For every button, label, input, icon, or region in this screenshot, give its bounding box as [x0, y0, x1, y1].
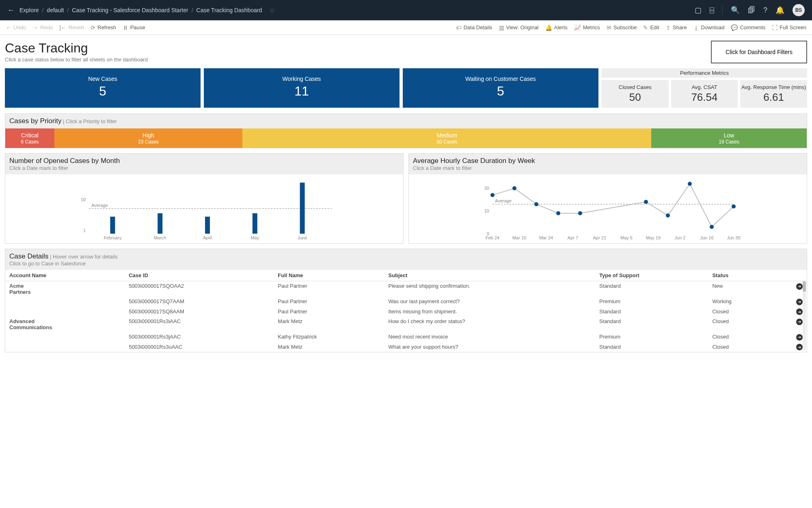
line-chart[interactable]: 01020AverageFeb 24Mar 10Mar 24Apr 7Apr 2… [413, 177, 803, 242]
undo-button[interactable]: ←Undo [6, 24, 26, 31]
breadcrumb: Explore / default / Case Tracking - Sale… [19, 7, 262, 13]
opened-by-month-panel: Number of Opened Cases by Month Click a … [5, 153, 404, 244]
device-icon[interactable]: ▢ [695, 6, 702, 15]
search-icon[interactable]: 🔍 [731, 6, 740, 15]
row-arrow-icon[interactable]: ➔ [796, 334, 803, 341]
redo-icon: → [32, 24, 38, 31]
divider [722, 6, 723, 15]
recents-icon[interactable]: 🗐 [748, 6, 755, 15]
table-row[interactable]: AcmePartners5003i0000017SQOAA2Paul Partn… [5, 281, 807, 297]
crumb-view[interactable]: Case Tracking Dashboard [197, 7, 262, 13]
row-arrow-icon[interactable]: ➔ [796, 283, 803, 290]
row-arrow-icon[interactable]: ➔ [796, 319, 803, 325]
datadetails-label: Data Details [464, 24, 492, 30]
bar-chart[interactable]: 110AverageFebruaryMarchAprilMayJune [9, 177, 399, 242]
svg-text:Average: Average [91, 203, 108, 208]
metrics-icon: 📈 [574, 24, 581, 31]
crumb-default[interactable]: default [47, 7, 64, 13]
case-details-table: Account NameCase IDFull NameSubjectType … [5, 270, 807, 352]
row-arrow-icon[interactable]: ➔ [796, 344, 803, 350]
chart-title: Average Hourly Case Duration by Week [413, 157, 803, 165]
kpi-new-cases[interactable]: New Cases 5 [5, 68, 201, 108]
help-icon[interactable]: ? [763, 6, 767, 15]
kpi-label: Waiting on Customer Cases [403, 76, 598, 82]
chart-hint: Click a Date mark to filter [413, 165, 803, 171]
page-subtitle: Click a case status below to filter all … [5, 56, 148, 63]
share-button[interactable]: ⇪Share [666, 24, 687, 31]
top-bar: ← Explore / default / Case Tracking - Sa… [0, 0, 812, 20]
subscribe-button[interactable]: ✉Subscribe [607, 24, 637, 31]
crumb-workbook[interactable]: Case Tracking - Salesforce Dashboard Sta… [72, 7, 188, 13]
priority-low[interactable]: Low19 Cases [651, 128, 807, 148]
kpi-value: 11 [204, 84, 400, 99]
svg-text:May 19: May 19 [646, 235, 661, 240]
svg-rect-4 [110, 217, 115, 234]
svg-text:February: February [104, 235, 122, 240]
col-header: Account Name [5, 270, 125, 281]
kpi-value: 50 [602, 91, 669, 104]
svg-text:Jun 16: Jun 16 [700, 235, 713, 240]
kpi-waiting-cases[interactable]: Waiting on Customer Cases 5 [403, 68, 598, 108]
svg-text:June: June [298, 235, 307, 240]
svg-rect-12 [300, 182, 305, 234]
edit-button[interactable]: ✎Edit [643, 24, 659, 31]
svg-text:Jun 2: Jun 2 [675, 235, 686, 240]
notifications-icon[interactable]: 🔔 [775, 6, 784, 15]
metrics-button[interactable]: 📈Metrics [574, 24, 600, 31]
crumb-sep: / [42, 7, 43, 13]
priority-high[interactable]: High23 Cases [54, 128, 242, 148]
priority-critical[interactable]: Critical6 Cases [5, 128, 54, 148]
row-arrow-icon[interactable]: ➔ [796, 308, 803, 315]
data-details-button[interactable]: 🏷Data Details [456, 24, 492, 31]
alerts-button[interactable]: 🔔Alerts [545, 24, 568, 31]
col-header: Case ID [125, 270, 274, 281]
page-title: Case Tracking [5, 41, 148, 56]
table-row[interactable]: 5003i0000017SQ8AAMPaul PartnerItems miss… [5, 307, 807, 317]
svg-text:Jun 30: Jun 30 [727, 235, 740, 240]
back-arrow-icon[interactable]: ← [7, 6, 15, 15]
kpi-value: 5 [403, 84, 598, 99]
table-row[interactable]: 5003i000001Rs3jAACKathy FitzpatrickNeed … [5, 332, 807, 342]
pause-label: Pause [130, 24, 145, 30]
revert-button[interactable]: |←Revert [59, 24, 84, 31]
view-icon: ▥ [499, 24, 504, 31]
chart-title: Number of Opened Cases by Month [9, 157, 399, 165]
datasource-icon[interactable]: ⌸ [710, 6, 714, 15]
comments-label: Comments [740, 24, 765, 30]
crumb-explore[interactable]: Explore [19, 7, 39, 13]
kpi-working-cases[interactable]: Working Cases 11 [204, 68, 400, 108]
row-arrow-icon[interactable]: ➔ [796, 299, 803, 305]
download-button[interactable]: ⭳Download [693, 24, 725, 31]
table-row[interactable]: 5003i000001Rs3uAACMark MetzWhat are your… [5, 342, 807, 352]
details-hint2: Click to go to Case in Salesforce [9, 261, 803, 267]
table-row[interactable]: AdvancedCommunications5003i000001Rs3iAAC… [5, 317, 807, 332]
svg-text:1: 1 [83, 228, 86, 233]
tag-icon: 🏷 [456, 24, 462, 31]
favorite-star-icon[interactable]: ☆ [269, 7, 275, 14]
toolbar: ←Undo →Redo |←Revert ⟳Refresh ⏸Pause 🏷Da… [0, 20, 812, 35]
fullscreen-label: Full Screen [780, 24, 806, 30]
svg-rect-8 [205, 217, 210, 234]
dashboard-filters-button[interactable]: Click for Dashboard Filters [711, 41, 807, 63]
scrollbar-thumb[interactable] [803, 281, 806, 292]
col-header: Status [708, 270, 772, 281]
duration-by-week-panel: Average Hourly Case Duration by Week Cli… [408, 153, 807, 244]
priority-title: Cases by Priority [9, 117, 61, 125]
col-header: Type of Support [595, 270, 708, 281]
comments-button[interactable]: 💬Comments [731, 24, 765, 31]
view-button[interactable]: ▥View: Original [499, 24, 539, 31]
redo-button[interactable]: →Redo [32, 24, 53, 31]
priority-medium[interactable]: Medium50 Cases [242, 128, 651, 148]
priority-panel: Cases by Priority | Click a Priority to … [5, 113, 807, 148]
undo-label: Undo [13, 24, 26, 30]
kpi-label: Closed Cases [602, 84, 669, 90]
user-avatar[interactable]: BS [793, 4, 805, 16]
table-row[interactable]: 5003i0000017SQ7AAMPaul PartnerWas our la… [5, 297, 807, 307]
fullscreen-button[interactable]: ⛶Full Screen [772, 24, 806, 31]
details-title: Case Details [9, 252, 48, 260]
view-label: View: Original [506, 24, 539, 30]
svg-text:Mar 24: Mar 24 [539, 235, 553, 240]
refresh-button[interactable]: ⟳Refresh [91, 24, 116, 31]
pause-button[interactable]: ⏸Pause [123, 24, 145, 31]
share-label: Share [673, 24, 687, 30]
